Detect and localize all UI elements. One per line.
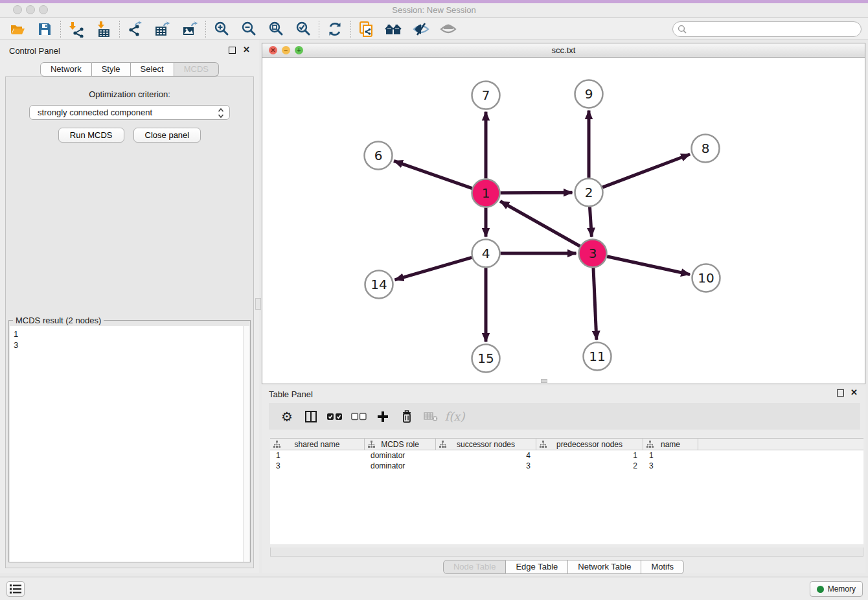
network-canvas[interactable]: 7968124314101511 (262, 58, 865, 384)
column-header-predecessor-nodes[interactable]: predecessor nodes (536, 439, 643, 450)
mcds-result-list[interactable]: 13 (10, 326, 244, 562)
tab-network[interactable]: Network (40, 62, 92, 76)
table-cell: 3 (643, 461, 698, 471)
node-8[interactable]: 8 (692, 135, 720, 163)
edge-2-3[interactable] (589, 207, 591, 237)
search-icon (678, 25, 687, 34)
control-panel-header: Control Panel ✕ (0, 40, 259, 60)
refresh-icon[interactable] (321, 19, 348, 39)
canvas-scrollbar-handle[interactable] (541, 379, 547, 383)
optimization-criterion-label: Optimization criterion: (6, 89, 253, 99)
close-table-panel-icon[interactable]: ✕ (851, 387, 858, 397)
column-header-successor-nodes[interactable]: successor nodes (436, 439, 536, 450)
edge-3-10[interactable] (607, 257, 690, 275)
column-header-name[interactable]: name (643, 439, 698, 450)
zoom-selected-icon[interactable] (290, 19, 317, 39)
node-10[interactable]: 10 (692, 264, 720, 292)
toolbar-separator (60, 21, 61, 38)
deselect-all-icon[interactable] (350, 408, 368, 426)
task-history-button[interactable] (6, 581, 25, 597)
floppy-icon (36, 21, 53, 38)
window-zoom-button[interactable] (39, 5, 48, 14)
open-in-browser-icon[interactable] (353, 19, 380, 39)
close-panel-icon[interactable]: ✕ (243, 45, 250, 54)
memory-button[interactable]: Memory (810, 581, 863, 597)
tab-edge-table[interactable]: Edge Table (506, 560, 568, 574)
table-settings-icon[interactable]: ⚙ (278, 408, 296, 426)
save-session-icon[interactable] (31, 19, 58, 39)
column-header-MCDS-role[interactable]: MCDS role (365, 439, 436, 450)
node-1[interactable]: 1 (472, 179, 500, 207)
zoom-out-icon[interactable] (235, 19, 262, 39)
node-9[interactable]: 9 (575, 80, 603, 108)
node-11[interactable]: 11 (584, 343, 611, 371)
float-table-panel-icon[interactable] (837, 389, 844, 397)
export-image-icon[interactable] (176, 19, 203, 39)
optimization-criterion-dropdown[interactable]: strongly connected component (29, 105, 230, 120)
node-6[interactable]: 6 (365, 142, 393, 170)
show-columns-icon[interactable] (302, 408, 320, 426)
list-icon (10, 584, 21, 594)
svg-text:4: 4 (482, 246, 490, 261)
node-14[interactable]: 14 (365, 271, 393, 299)
table-cell: 1 (643, 450, 698, 461)
node-table[interactable]: shared nameMCDS rolesuccessor nodesprede… (270, 438, 863, 544)
tab-node-table[interactable]: Node Table (443, 560, 507, 574)
show-graphics-details-icon[interactable] (435, 19, 462, 39)
window-close-button[interactable] (13, 5, 22, 14)
zoom-in-icon[interactable] (208, 19, 235, 39)
memory-label: Memory (828, 584, 856, 594)
import-table-icon[interactable] (90, 19, 117, 39)
float-panel-icon[interactable] (229, 47, 236, 54)
table-row[interactable]: 3dominator323 (270, 461, 863, 471)
home-icon[interactable] (380, 19, 407, 39)
network-close-button[interactable]: ✕ (269, 46, 277, 54)
edge-4-14[interactable] (394, 257, 472, 280)
toolbar-separator (119, 21, 120, 38)
table-cell: dominator (365, 461, 436, 471)
close-panel-button[interactable]: Close panel (133, 128, 201, 143)
tab-select[interactable]: Select (131, 62, 174, 76)
node-4[interactable]: 4 (472, 240, 500, 268)
network-zoom-button[interactable]: + (295, 46, 303, 54)
network-minimize-button[interactable]: − (282, 46, 290, 54)
svg-text:10: 10 (698, 270, 714, 286)
node-3[interactable]: 3 (579, 240, 607, 268)
search-input[interactable] (690, 23, 855, 36)
create-column-icon[interactable] (374, 408, 392, 426)
splitter-handle[interactable] (255, 298, 261, 310)
edge-1-6[interactable] (394, 161, 472, 188)
node-2[interactable]: 2 (575, 179, 603, 207)
export-network-icon[interactable] (122, 19, 149, 39)
svg-text:2: 2 (585, 185, 593, 200)
result-scrollbar[interactable] (243, 326, 249, 562)
node-15[interactable]: 15 (472, 345, 500, 373)
edge-2-8[interactable] (602, 154, 690, 187)
edge-3-11[interactable] (593, 268, 597, 340)
select-all-icon[interactable] (326, 408, 344, 426)
zoom-fit-icon[interactable] (262, 19, 290, 39)
tab-network-table[interactable]: Network Table (568, 560, 641, 574)
svg-text:9: 9 (585, 86, 593, 102)
search-field[interactable] (672, 21, 862, 37)
hide-graphics-details-icon[interactable] (407, 19, 435, 39)
tab-mcds[interactable]: MCDS (174, 62, 219, 76)
window-minimize-button[interactable] (26, 5, 35, 14)
export-table-icon[interactable] (149, 19, 176, 39)
delete-column-icon[interactable] (398, 408, 416, 426)
mcds-result-title: MCDS result (2 nodes) (13, 316, 104, 325)
column-header-shared-name[interactable]: shared name (270, 439, 365, 450)
tab-motifs[interactable]: Motifs (641, 560, 684, 574)
run-mcds-button[interactable]: Run MCDS (58, 128, 124, 143)
edge-3-1[interactable] (500, 202, 580, 246)
network-window-titlebar[interactable]: ✕ − + scc.txt (262, 43, 865, 58)
tab-style[interactable]: Style (92, 62, 131, 76)
open-session-icon[interactable] (4, 19, 31, 39)
table-scrollbar-track[interactable] (270, 548, 863, 557)
network-graph[interactable]: 7968124314101511 (262, 58, 865, 384)
table-row[interactable]: 1dominator411 (270, 450, 863, 461)
svg-text:6: 6 (374, 148, 383, 163)
node-7[interactable]: 7 (472, 82, 500, 110)
import-network-icon[interactable] (63, 19, 90, 39)
edge-1-2[interactable] (500, 192, 572, 193)
